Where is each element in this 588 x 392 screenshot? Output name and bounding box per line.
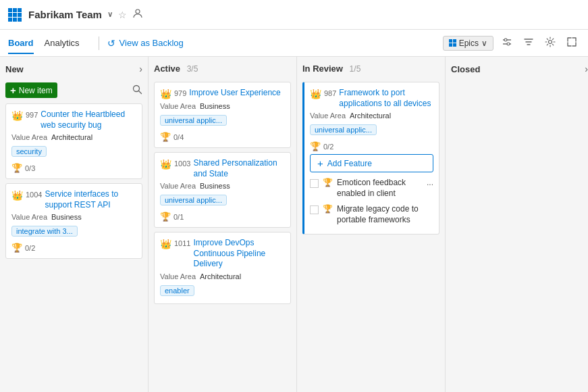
card-987-title[interactable]: Framework to port applications to all de… bbox=[339, 88, 433, 109]
trophy-icon: 🏆 bbox=[160, 212, 171, 222]
card-979-id: 979 bbox=[174, 89, 186, 97]
card-1004-tag[interactable]: integrate with 3... bbox=[11, 226, 78, 237]
card-987-header: 👑 987 Framework to port applications to … bbox=[310, 88, 433, 109]
card-979-tag[interactable]: universal applic... bbox=[160, 115, 227, 126]
tab-analytics[interactable]: Analytics bbox=[45, 32, 88, 53]
nav-bar: Board Analytics ↺ View as Backlog Epics … bbox=[0, 30, 588, 57]
column-new-title: New bbox=[5, 64, 24, 74]
team-name-label: Fabrikam Team bbox=[28, 9, 102, 20]
column-active-title: Active bbox=[154, 64, 180, 74]
card-987-id: 987 bbox=[324, 89, 336, 97]
feature-item-1: 🏆 Migrate legacy code to portable framew… bbox=[310, 201, 433, 228]
members-icon[interactable] bbox=[132, 8, 143, 21]
card-979-field: Value Area Business bbox=[160, 102, 285, 110]
card-979[interactable]: 👑 979 Improve User Experience Value Area… bbox=[154, 82, 291, 148]
card-987-footer: 🏆 0/2 bbox=[310, 141, 433, 151]
epics-button[interactable]: Epics ∨ bbox=[443, 36, 493, 51]
card-997-tag[interactable]: security bbox=[11, 146, 47, 157]
card-987[interactable]: 👑 987 Framework to port applications to … bbox=[302, 82, 439, 235]
epic-icon: 👑 bbox=[310, 89, 321, 99]
card-997-header: 👑 997 Counter the Heartbleed web securit… bbox=[11, 109, 136, 130]
epic-icon: 👑 bbox=[11, 190, 23, 201]
column-inreview-title: In Review bbox=[302, 64, 343, 74]
header: Fabrikam Team ∨ ☆ bbox=[0, 0, 588, 30]
card-1004-footer: 🏆 0/2 bbox=[11, 243, 136, 253]
svg-point-0 bbox=[136, 9, 140, 14]
trophy-icon: 🏆 bbox=[11, 163, 22, 173]
filter-icon[interactable] bbox=[520, 34, 537, 53]
nav-right-tools: Epics ∨ bbox=[443, 34, 580, 53]
add-feature-button[interactable]: + Add Feature bbox=[310, 154, 433, 172]
card-1011-field: Value Area Architectural bbox=[160, 272, 285, 280]
feature-item-0: 🏆 Emoticon feedback enabled in client ..… bbox=[310, 175, 433, 201]
feature-more-icon-0[interactable]: ... bbox=[427, 178, 433, 187]
card-1011-tag[interactable]: enabler bbox=[160, 285, 194, 296]
team-chevron-icon[interactable]: ∨ bbox=[107, 10, 113, 19]
team-name[interactable]: Fabrikam Team ∨ bbox=[8, 8, 113, 22]
card-979-footer: 🏆 0/4 bbox=[160, 132, 285, 142]
column-inreview: In Review 1/5 👑 987 Framework to port ap… bbox=[297, 57, 446, 392]
new-item-row: + New item bbox=[5, 82, 142, 98]
column-active-header: Active 3/5 bbox=[154, 62, 291, 78]
card-1003-title[interactable]: Shared Personalization and State bbox=[193, 158, 285, 179]
column-new-collapse-icon[interactable]: › bbox=[139, 64, 142, 74]
nav-divider bbox=[99, 36, 99, 50]
epic-icon: 👑 bbox=[160, 239, 171, 249]
card-997-footer: 🏆 0/3 bbox=[11, 163, 136, 173]
trophy-icon: 🏆 bbox=[11, 243, 22, 253]
card-1004-title[interactable]: Service interfaces to support REST API bbox=[45, 189, 136, 210]
svg-point-3 bbox=[504, 39, 507, 41]
column-closed-collapse-icon[interactable]: › bbox=[585, 64, 588, 74]
card-1004-header: 👑 1004 Service interfaces to support RES… bbox=[11, 189, 136, 210]
logo-grid bbox=[8, 8, 22, 22]
backlog-icon: ↺ bbox=[107, 38, 115, 49]
card-1003-footer: 🏆 0/1 bbox=[160, 212, 285, 222]
column-new-header: New › bbox=[5, 62, 142, 78]
tab-board[interactable]: Board bbox=[8, 32, 42, 53]
feature-title-1[interactable]: Migrate legacy code to portable framewor… bbox=[337, 204, 433, 225]
epic-icon: 👑 bbox=[11, 110, 23, 121]
new-item-button[interactable]: + New item bbox=[5, 82, 57, 98]
view-as-backlog-button[interactable]: ↺ View as Backlog bbox=[107, 38, 184, 49]
column-closed-header: Closed › bbox=[451, 62, 588, 78]
feature-trophy-icon: 🏆 bbox=[323, 178, 333, 187]
card-979-header: 👑 979 Improve User Experience bbox=[160, 88, 285, 99]
feature-title-0[interactable]: Emoticon feedback enabled in client bbox=[337, 178, 423, 199]
column-new: New › + New item 👑 997 Counter the Heart… bbox=[0, 57, 149, 392]
plus-icon: + bbox=[10, 84, 16, 96]
card-1003-tag[interactable]: universal applic... bbox=[160, 195, 227, 205]
column-inreview-header: In Review 1/5 bbox=[302, 62, 439, 78]
card-1004-id: 1004 bbox=[26, 191, 42, 199]
epics-chevron-icon: ∨ bbox=[481, 39, 487, 48]
card-979-title[interactable]: Improve User Experience bbox=[189, 88, 280, 99]
expand-icon[interactable] bbox=[564, 34, 580, 53]
feature-checkbox-1[interactable] bbox=[310, 205, 319, 214]
feature-trophy-icon-1: 🏆 bbox=[323, 204, 333, 214]
settings-sliders-icon[interactable] bbox=[499, 34, 515, 53]
card-997-title[interactable]: Counter the Heartbleed web security bug bbox=[41, 109, 136, 130]
svg-point-5 bbox=[549, 40, 552, 43]
board: New › + New item 👑 997 Counter the Heart… bbox=[0, 57, 588, 392]
add-feature-plus-icon: + bbox=[317, 157, 323, 169]
card-1011-id: 1011 bbox=[174, 239, 190, 247]
card-997-field: Value Area Architectural bbox=[11, 133, 136, 141]
card-987-field: Value Area Architectural bbox=[310, 112, 433, 120]
card-997[interactable]: 👑 997 Counter the Heartbleed web securit… bbox=[5, 103, 142, 179]
search-icon[interactable] bbox=[132, 84, 142, 97]
epic-icon: 👑 bbox=[160, 159, 171, 170]
trophy-icon: 🏆 bbox=[310, 141, 321, 151]
card-1003-field: Value Area Business bbox=[160, 182, 285, 190]
gear-icon[interactable] bbox=[542, 34, 558, 53]
column-active-count: 3/5 bbox=[187, 64, 198, 74]
card-1003[interactable]: 👑 1003 Shared Personalization and State … bbox=[154, 152, 291, 228]
card-1004[interactable]: 👑 1004 Service interfaces to support RES… bbox=[5, 183, 142, 259]
card-1011[interactable]: 👑 1011 Improve DevOps Continuous Pipelin… bbox=[154, 232, 291, 304]
epic-icon: 👑 bbox=[160, 89, 171, 99]
card-1011-title[interactable]: Improve DevOps Continuous Pipeline Deliv… bbox=[193, 238, 285, 270]
svg-line-7 bbox=[139, 91, 142, 93]
favorite-icon[interactable]: ☆ bbox=[118, 9, 127, 20]
feature-checkbox-0[interactable] bbox=[310, 179, 319, 188]
column-closed: Closed › bbox=[446, 57, 588, 392]
card-1003-header: 👑 1003 Shared Personalization and State bbox=[160, 158, 285, 179]
card-987-tag[interactable]: universal applic... bbox=[310, 124, 377, 135]
